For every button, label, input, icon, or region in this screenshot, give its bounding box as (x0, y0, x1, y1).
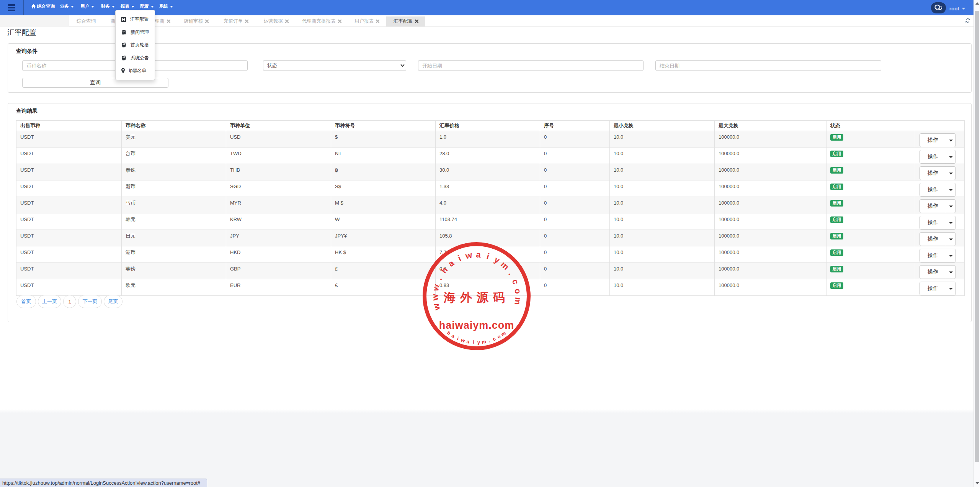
cell: 105.8 (436, 230, 540, 246)
refresh-icon[interactable] (965, 18, 970, 23)
action-button[interactable]: 操作 (920, 265, 946, 279)
cell: 10.0 (610, 279, 715, 296)
menu-item-系统公告[interactable]: 系统公告 (116, 52, 155, 65)
menu-item-汇率配置[interactable]: 汇率配置 (116, 13, 155, 26)
menu-item-ip黑名单[interactable]: ip黑名单 (116, 64, 155, 77)
cell-status: 启用 (826, 246, 915, 263)
cell: 美元 (122, 131, 226, 148)
action-button[interactable]: 操作 (920, 133, 946, 147)
action-button[interactable]: 操作 (920, 232, 946, 246)
action-dropdown-toggle[interactable] (946, 265, 956, 279)
cell-actions: 操作 (915, 246, 965, 263)
table-row-泰铢: USDT泰铢THB฿30.0010.0100000.0启用操作 (16, 164, 965, 180)
cell: 0 (540, 279, 610, 296)
cell: USDT (16, 164, 122, 180)
column-header-序号: 序号 (540, 121, 610, 131)
action-button[interactable]: 操作 (920, 183, 946, 197)
nav-item-财务[interactable]: 财务 (101, 0, 115, 12)
nav-item-业务[interactable]: 业务 (60, 0, 74, 12)
start-date-input[interactable] (418, 60, 644, 71)
cell: 0 (540, 246, 610, 263)
action-button[interactable]: 操作 (920, 216, 946, 230)
cell-actions: 操作 (915, 164, 965, 180)
svg-text:y: y (477, 339, 480, 345)
chat-button[interactable] (931, 2, 946, 13)
action-button[interactable]: 操作 (920, 166, 946, 180)
close-icon[interactable] (167, 20, 170, 23)
cell: USDT (16, 279, 122, 296)
status-badge: 启用 (830, 167, 843, 174)
scroll-down-arrow-icon[interactable] (975, 482, 979, 484)
nav-item-系统[interactable]: 系统 (159, 0, 173, 12)
close-icon[interactable] (376, 20, 379, 23)
table-row-美元: USDT美元USD$1.0010.0100000.0启用操作 (16, 131, 965, 148)
action-button[interactable]: 操作 (920, 249, 946, 262)
pagination-下一页[interactable]: 下一页 (78, 295, 102, 308)
hamburger-menu-icon[interactable] (8, 4, 15, 11)
cell: 100000.0 (715, 180, 826, 197)
cell: NT (331, 148, 436, 164)
cell-actions: 操作 (915, 230, 965, 246)
caret-down-icon (170, 6, 173, 8)
tab-综合查询[interactable]: 综合查询 (77, 15, 96, 27)
column-header-汇率价格: 汇率价格 (436, 121, 540, 131)
cell: 0 (540, 213, 610, 230)
action-dropdown-toggle[interactable] (946, 166, 956, 180)
cell: 0 (540, 148, 610, 164)
end-date-input[interactable] (655, 60, 881, 71)
action-dropdown-toggle[interactable] (946, 282, 956, 295)
cell: 新币 (122, 180, 226, 197)
table-row-日元: USDT日元JPYJPY¥105.8010.0100000.0启用操作 (16, 230, 965, 246)
scrollbar[interactable] (973, 0, 980, 487)
user-menu[interactable]: root (949, 6, 965, 11)
action-button[interactable]: 操作 (920, 199, 946, 213)
action-dropdown-toggle[interactable] (946, 249, 956, 262)
comments-icon (934, 4, 943, 11)
menu-item-新闻管理[interactable]: 新闻管理 (116, 26, 155, 39)
action-dropdown-toggle[interactable] (946, 232, 956, 246)
nav-item-综合查询[interactable]: 综合查询 (31, 0, 55, 12)
cell: 100000.0 (715, 279, 826, 296)
nav-item-用户[interactable]: 用户 (80, 0, 94, 12)
action-dropdown-toggle[interactable] (946, 183, 956, 197)
action-dropdown-toggle[interactable] (946, 133, 956, 147)
close-icon[interactable] (415, 20, 418, 23)
close-icon[interactable] (205, 20, 209, 23)
pagination-1[interactable]: 1 (63, 295, 76, 308)
action-button[interactable]: 操作 (920, 282, 946, 295)
tab-代理商充提报表[interactable]: 代理商充提报表 (302, 15, 341, 27)
scroll-up-arrow-icon[interactable] (975, 2, 979, 5)
cell: 100000.0 (715, 148, 826, 164)
cell-status: 启用 (826, 148, 915, 164)
menu-item-首页轮播[interactable]: 首页轮播 (116, 39, 155, 52)
pagination-尾页[interactable]: 尾页 (104, 295, 122, 308)
cell-actions: 操作 (915, 197, 965, 213)
pagination-上一页[interactable]: 上一页 (38, 295, 61, 308)
exchange-rate-table: 出售币种币种名称币种单位币种符号汇率价格序号最小兑换最大兑换状态 USDT美元U… (16, 120, 965, 296)
action-dropdown-toggle[interactable] (946, 199, 956, 213)
close-icon[interactable] (285, 20, 289, 23)
tab-用户报表[interactable]: 用户报表 (354, 15, 379, 27)
cell: 10.0 (610, 197, 715, 213)
status-badge: 启用 (830, 266, 843, 272)
home-icon (31, 4, 36, 9)
status-select[interactable]: 状态 (263, 60, 406, 71)
cell-actions: 操作 (915, 180, 965, 197)
navbar-right: root (931, 0, 965, 15)
tab-店铺审核[interactable]: 店铺审核 (184, 15, 209, 27)
tab-运营数据[interactable]: 运营数据 (264, 15, 289, 27)
table-row-马币: USDT马币MYRM $4.0010.0100000.0启用操作 (16, 197, 965, 213)
close-icon[interactable] (245, 20, 248, 23)
action-button[interactable]: 操作 (920, 150, 946, 164)
cell: 欧元 (122, 279, 226, 296)
scrollbar-thumb[interactable] (975, 11, 979, 462)
cell: 泰铢 (122, 164, 226, 180)
tab-bar-lead-block (0, 15, 69, 27)
action-dropdown-toggle[interactable] (946, 216, 956, 230)
pagination-首页[interactable]: 首页 (16, 295, 36, 308)
cell: USDT (16, 131, 122, 148)
action-dropdown-toggle[interactable] (946, 150, 956, 164)
tab-汇率配置[interactable]: 汇率配置 (386, 16, 425, 26)
tab-充值订单[interactable]: 充值订单 (224, 15, 248, 27)
close-icon[interactable] (338, 20, 341, 23)
